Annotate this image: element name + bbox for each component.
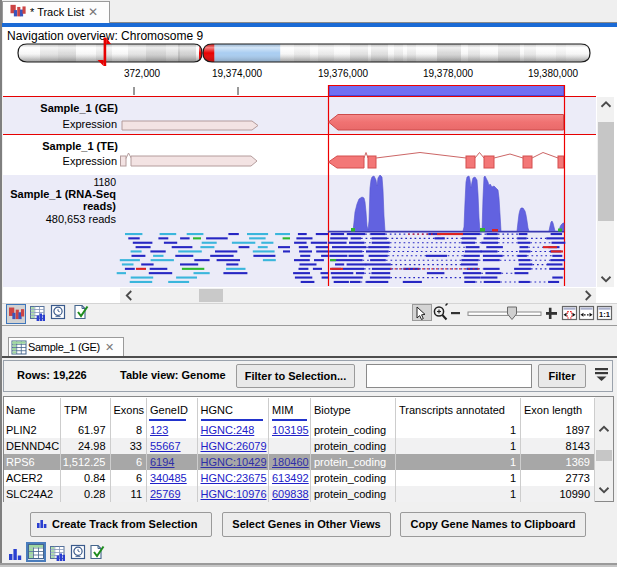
svg-text:1:1: 1:1 xyxy=(599,310,610,319)
